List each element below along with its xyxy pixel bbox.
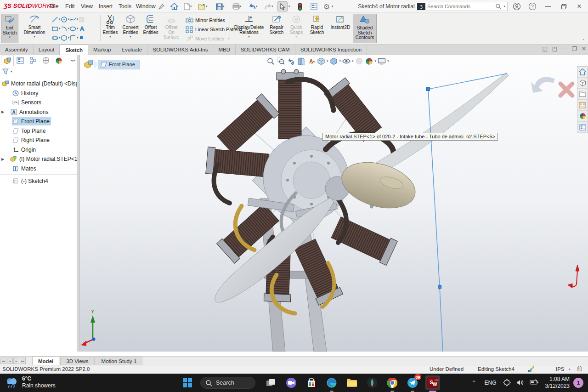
design-library-icon[interactable]: [577, 78, 588, 89]
tab-nav-first-icon[interactable]: ◂◂: [0, 358, 6, 364]
tab-layout[interactable]: Layout: [34, 45, 60, 55]
units-label[interactable]: IPS: [556, 366, 565, 372]
file-explorer-icon[interactable]: [577, 89, 588, 100]
3d-scene[interactable]: Y: [80, 55, 588, 352]
solidworks-app-button[interactable]: SW2022: [425, 375, 440, 390]
expand-arrow-icon[interactable]: ▶: [0, 110, 6, 114]
caret-down-icon[interactable]: ▾: [109, 35, 111, 39]
zoom-to-area-icon[interactable]: [276, 57, 285, 66]
tab-solidworks-cam[interactable]: SOLIDWORKS CAM: [236, 45, 295, 55]
chat-button[interactable]: [284, 375, 299, 390]
caret-down-icon[interactable]: ▾: [11, 70, 12, 74]
view-settings-icon[interactable]: [377, 57, 386, 66]
breadcrumb-front-plane[interactable]: Front Plane: [98, 60, 140, 69]
caret-down-icon[interactable]: ▾: [352, 59, 354, 63]
performance-pen-icon[interactable]: [527, 366, 535, 374]
caret-down-icon[interactable]: ▾: [387, 59, 389, 63]
tree-root-motor-radial[interactable]: Motor radial (Default) <Displ: [0, 79, 77, 89]
fillet-tool[interactable]: ▾: [69, 33, 79, 42]
rectangle-tool[interactable]: ▾: [51, 24, 61, 33]
shaded-sketch-contours-button[interactable]: Shaded Sketch Contours: [353, 14, 377, 43]
pin-icon[interactable]: [156, 1, 166, 11]
doc-minimize-icon[interactable]: —: [562, 45, 567, 52]
tab-motion-study-1[interactable]: Motion Study 1: [96, 357, 143, 365]
appearances-icon[interactable]: [577, 111, 588, 122]
sketch-point[interactable]: [427, 88, 430, 91]
smart-dimension-button[interactable]: Smart Dimension ▾: [20, 14, 49, 43]
arc-tool[interactable]: ▾: [61, 24, 70, 33]
tree-item-right-plane[interactable]: Right Plane: [0, 136, 77, 145]
caret-down-icon[interactable]: ▾: [327, 59, 328, 63]
point-tool[interactable]: [79, 33, 85, 42]
close-button[interactable]: ×: [572, 0, 586, 13]
tab-model[interactable]: Model: [32, 357, 59, 365]
tab-nav-last-icon[interactable]: ▸▸: [20, 358, 26, 364]
tab-nav-prev-icon[interactable]: ◂: [7, 358, 13, 364]
panel-splitter[interactable]: [77, 55, 80, 352]
text-tool[interactable]: A: [79, 24, 86, 33]
caret-down-icon[interactable]: ▾: [9, 35, 11, 39]
fm-tab-features-icon[interactable]: [1, 56, 14, 66]
fm-tab-dimxpert-icon[interactable]: [40, 56, 52, 66]
command-search[interactable]: Ʒ ▾: [416, 2, 508, 11]
breadcrumb[interactable]: Front Plane: [84, 59, 140, 69]
view-palette-icon[interactable]: [577, 100, 588, 111]
rollback-bar[interactable]: [0, 175, 77, 175]
task-view-button[interactable]: [264, 375, 278, 390]
caret-down-icon[interactable]: ▾: [288, 5, 290, 8]
caret-down-icon[interactable]: ▾: [190, 5, 192, 8]
tree-item-top-plane[interactable]: Top Plane: [0, 126, 77, 136]
caret-down-icon[interactable]: ▾: [569, 368, 571, 371]
exit-sketch-button[interactable]: Exit Sketch ▾: [1, 14, 18, 43]
menu-file[interactable]: File: [46, 0, 62, 13]
menu-edit[interactable]: Edit: [62, 0, 79, 13]
doc-restore-right-icon[interactable]: ◳: [552, 45, 557, 52]
tree-item-history[interactable]: History: [0, 89, 77, 98]
doc-restore-icon[interactable]: ❐: [572, 45, 577, 52]
edge-browser-button[interactable]: [324, 375, 339, 390]
search-icon[interactable]: [495, 3, 502, 10]
doc-close-icon[interactable]: ✕: [582, 45, 586, 52]
caret-down-icon[interactable]: ▾: [240, 5, 242, 8]
help-icon[interactable]: ?: [526, 0, 539, 13]
microsoft-store-button[interactable]: [304, 375, 319, 390]
dark-app-button[interactable]: [365, 375, 379, 390]
tab-evaluate[interactable]: Evaluate: [116, 45, 147, 55]
tab-markup[interactable]: Markup: [88, 45, 116, 55]
taskbar-search[interactable]: Search: [200, 377, 255, 389]
tab-solidworks-inspection[interactable]: SOLIDWORKS Inspection: [295, 45, 368, 55]
tab-mbd[interactable]: MBD: [213, 45, 236, 55]
clock[interactable]: 1:08 AM 3/12/2023: [545, 376, 570, 390]
tree-item-motor-radial-step[interactable]: ▶ (f) Motor radial.STEP<1>: [0, 154, 77, 164]
user-account-icon[interactable]: [510, 0, 524, 13]
tray-chevron-icon[interactable]: ⌃: [472, 380, 476, 386]
tree-item-mates[interactable]: Mates: [0, 164, 77, 174]
battery-icon[interactable]: [530, 379, 539, 386]
performance-monitor-icon[interactable]: [295, 1, 305, 11]
fm-tab-display-manager-icon[interactable]: [52, 56, 65, 66]
weather-widget[interactable]: 6°CRain showers: [5, 375, 56, 389]
repair-sketch-button[interactable]: Repair Sketch: [266, 14, 287, 43]
annotation-views-icon[interactable]: A: [306, 57, 316, 66]
menu-view[interactable]: View: [77, 0, 96, 13]
minimize-button[interactable]: —: [541, 0, 555, 13]
tree-item-front-plane[interactable]: Front Plane: [0, 117, 77, 126]
polygon-tool[interactable]: ▾: [61, 33, 70, 42]
file-explorer-button[interactable]: [345, 375, 359, 390]
caret-down-icon[interactable]: ▾: [34, 35, 35, 39]
offset-entities-button[interactable]: Offset Entities: [141, 14, 160, 43]
sketch-point[interactable]: [438, 285, 441, 289]
caret-down-icon[interactable]: ▾: [256, 5, 258, 8]
caret-down-icon[interactable]: ▾: [130, 35, 131, 39]
view-orientation-icon[interactable]: [317, 57, 326, 66]
caret-down-icon[interactable]: ▾: [339, 59, 341, 63]
tree-item-sketch4[interactable]: (-) Sketch4: [0, 176, 77, 186]
tab-sketch[interactable]: Sketch: [60, 45, 88, 55]
options-list-icon[interactable]: [309, 1, 319, 11]
filter-funnel-icon[interactable]: [2, 68, 9, 75]
graphics-viewport[interactable]: Y Front Plane A ▾ ▾: [80, 55, 588, 352]
apply-scene-icon[interactable]: [365, 57, 374, 66]
caret-down-icon[interactable]: ▾: [206, 5, 208, 8]
spline-tool[interactable]: ▾: [69, 15, 79, 24]
display-style-icon[interactable]: [329, 57, 339, 66]
